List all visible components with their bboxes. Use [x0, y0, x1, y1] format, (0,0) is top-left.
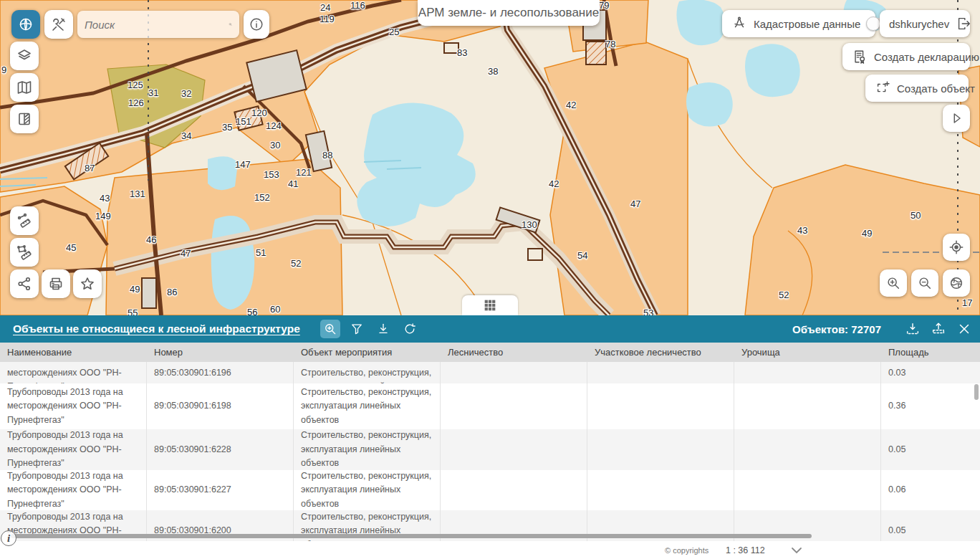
scale-dropdown-button[interactable] [787, 545, 807, 556]
map-parcel-label: 43 [100, 193, 110, 204]
column-header-district[interactable]: Участковое лесничество [587, 347, 734, 358]
logout-icon [956, 16, 971, 32]
create-object-icon [875, 80, 890, 96]
map-parcel-label: 121 [296, 167, 312, 178]
measure-area-button[interactable] [10, 238, 39, 267]
map-parcel-label: 49 [130, 284, 140, 295]
panel-title-link[interactable]: Объекты не относящиеся к лесной инфрастр… [13, 322, 300, 335]
cell-forestry [441, 429, 587, 470]
favorites-button[interactable] [73, 269, 102, 298]
map-parcel-label: 49 [862, 228, 872, 239]
full-extent-button[interactable] [943, 269, 970, 297]
search-input[interactable] [85, 19, 229, 31]
attribution-info-button[interactable]: i [1, 530, 16, 546]
map-parcel-label: 125 [128, 80, 143, 90]
search-icon[interactable] [229, 17, 232, 32]
dock-down-icon [905, 321, 921, 337]
cell-tract [734, 362, 881, 383]
map-parcel-label: 83 [457, 47, 467, 58]
column-header-area[interactable]: Площадь [881, 347, 980, 358]
globe-icon [17, 16, 34, 33]
column-header-forestry[interactable]: Лесничество [441, 347, 587, 358]
app-window: 2411611925833879784242471253132126120151… [0, 0, 980, 559]
map-terrain [0, 0, 980, 315]
copyright-text: © copyrights [665, 546, 708, 555]
zoom-out-icon [917, 275, 933, 291]
expand-toolbar-button[interactable] [943, 105, 970, 132]
column-header-number[interactable]: Номер [147, 347, 294, 358]
map-parcel-label: 79 [599, 0, 609, 11]
cell-tract [734, 470, 881, 510]
expand-panel-button[interactable] [928, 320, 948, 338]
star-icon [79, 275, 96, 292]
map-parcel-label: 130 [522, 219, 537, 230]
locate-me-button[interactable] [943, 234, 970, 261]
column-header-tract[interactable]: Урочища [734, 347, 881, 358]
collapse-panel-button[interactable] [903, 320, 923, 338]
status-footer: © copyrights 1 : 36 112 [0, 541, 980, 559]
download-button[interactable] [373, 320, 393, 338]
cadastral-data-label: Кадастровые данные [754, 18, 860, 30]
table-panel-tab[interactable] [462, 295, 518, 315]
column-header-name[interactable]: Наименование [0, 347, 147, 358]
basemap-button[interactable] [10, 73, 39, 102]
map-parcel-label: 53 [643, 307, 653, 315]
table-row[interactable]: месторождениях ООО "РН-Пурнефтегаз"89:05… [0, 362, 980, 383]
map-parcel-label: 50 [911, 210, 921, 221]
print-button[interactable] [42, 269, 70, 298]
tools-icon [50, 16, 67, 33]
zoom-in-button[interactable] [880, 269, 907, 297]
map-parcel-label: 151 [236, 116, 251, 127]
cell-area: 0.03 [881, 362, 980, 383]
map-parcel-label: 34 [181, 130, 191, 141]
panel-toolbar [320, 320, 420, 338]
create-declaration-button[interactable]: Создать декларацию [842, 43, 970, 70]
create-object-button[interactable]: Создать объект [865, 75, 969, 102]
vertical-scrollbar-thumb[interactable] [974, 384, 979, 400]
table-row[interactable]: Трубопроводы 2013 года на месторождениях… [0, 470, 980, 510]
map-parcel-label: 87 [85, 163, 95, 173]
cell-area: 0.36 [881, 383, 980, 429]
column-header-activity[interactable]: Объект мероприятия [294, 347, 441, 358]
map-parcel-label: 43 [797, 225, 807, 236]
map-parcel-label: 116 [350, 0, 365, 11]
close-panel-button[interactable] [954, 320, 974, 338]
cell-number: 89:05:030901:6228 [147, 429, 294, 470]
map-parcel-label: 52 [779, 290, 789, 300]
zoom-to-results-button[interactable] [320, 320, 340, 338]
cadastral-data-toggle-button[interactable]: Кадастровые данные [722, 10, 875, 37]
horizontal-scrollbar-thumb[interactable] [11, 534, 812, 538]
zoom-out-button[interactable] [911, 269, 938, 297]
map-parcel-label: 124 [266, 120, 282, 131]
map-parcel-label: 45 [66, 242, 76, 253]
user-logout-button[interactable]: dshkurychev [880, 10, 970, 37]
grid-table-icon [482, 297, 498, 313]
compare-layers-button[interactable] [10, 105, 39, 133]
map-parcel-label: 56 [247, 307, 257, 315]
map-scale-value[interactable]: 1 : 36 112 [726, 545, 765, 555]
folded-map-icon [16, 79, 33, 96]
home-globe-button[interactable] [11, 10, 40, 39]
refresh-button[interactable] [400, 320, 420, 338]
map-canvas[interactable]: 2411611925833879784242471253132126120151… [0, 0, 980, 315]
info-button[interactable] [244, 10, 269, 39]
measure-distance-button[interactable] [10, 206, 39, 235]
table-header: Наименование Номер Объект мероприятия Ле… [0, 343, 980, 362]
layers-icon [16, 47, 33, 64]
zoom-in-icon [885, 275, 901, 291]
share-button[interactable] [10, 269, 39, 298]
map-parcel-label: 31 [148, 87, 158, 98]
map-parcel-label: 147 [235, 159, 251, 170]
tools-button[interactable] [44, 10, 73, 39]
cell-area: 0.05 [881, 429, 980, 470]
filter-button[interactable] [347, 320, 367, 338]
map-parcel-label: 47 [630, 199, 640, 209]
table-row[interactable]: Трубопроводы 2013 года на месторождениях… [0, 429, 980, 470]
cell-number: 89:05:030901:6196 [147, 362, 294, 383]
layers-button[interactable] [10, 42, 39, 70]
table-row[interactable]: Трубопроводы 2013 года на месторождениях… [0, 383, 980, 429]
cadastral-compass-icon [731, 16, 747, 32]
cell-tract [734, 429, 881, 470]
cell-name: месторождениях ООО "РН-Пурнефтегаз" [0, 362, 147, 383]
declaration-document-icon [852, 49, 868, 64]
